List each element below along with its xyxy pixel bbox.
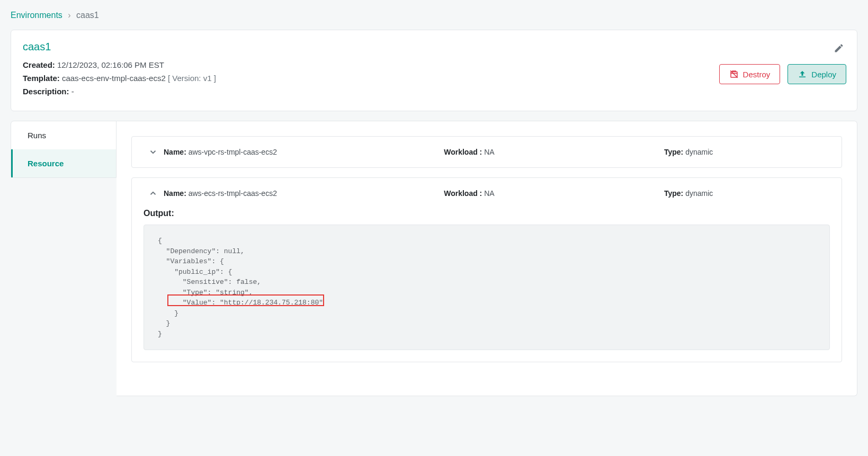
main-layout: Runs Resource Name: aws-vpc-rs-tmpl-caas… [11,121,857,396]
workload-label: Workload : [444,148,482,156]
description-value-text: - [71,87,74,96]
workload-label: Workload : [444,189,482,198]
type-value-text: dynamic [685,189,713,198]
description-label: Description: [23,87,69,96]
resource-fields-1: Name: aws-vpc-rs-tmpl-caas-ecs2 Workload… [164,148,831,156]
resource-row-expanded: Name: aws-ecs-rs-tmpl-caas-ecs2 Workload… [131,177,842,362]
card-actions [831,41,846,56]
destroy-label: Destroy [743,70,771,79]
tab-resource[interactable]: Resource [11,149,116,177]
name-value-text: aws-vpc-rs-tmpl-caas-ecs2 [189,148,277,156]
created-label: Created: [23,60,55,69]
deploy-icon [798,69,807,79]
output-label: Output: [144,209,830,218]
chevron-up-icon [142,189,164,198]
deploy-button[interactable]: Deploy [788,64,846,84]
resource-fields-2: Name: aws-ecs-rs-tmpl-caas-ecs2 Workload… [164,189,831,198]
workload-value-text: NA [484,148,494,156]
page-title: caas1 [23,41,845,53]
output-json: { "Dependency": null, "Variables": { "pu… [158,237,323,338]
resource-row-collapsed: Name: aws-vpc-rs-tmpl-caas-ecs2 Workload… [131,136,842,168]
resource-body: Output: { "Dependency": null, "Variables… [132,209,842,362]
name-label: Name: [164,148,186,156]
chevron-down-icon [142,147,164,157]
breadcrumb-current: caas1 [76,11,99,20]
content-panel: Name: aws-vpc-rs-tmpl-caas-ecs2 Workload… [117,121,857,396]
created-value-text: 12/12/2023, 02:16:06 PM EST [57,60,164,69]
template-version-text: [ Version: v1 ] [168,74,216,83]
name-label: Name: [164,189,186,198]
resource-header-2[interactable]: Name: aws-ecs-rs-tmpl-caas-ecs2 Workload… [132,178,842,209]
tab-runs[interactable]: Runs [11,121,116,149]
template-value-text: caas-ecs-env-tmpl-caas-ecs2 [62,74,166,83]
output-code-block: { "Dependency": null, "Variables": { "pu… [144,225,830,350]
environment-header-card: caas1 Created: 12/12/2023, 02:16:06 PM E… [11,30,857,111]
breadcrumb-root-link[interactable]: Environments [11,11,62,20]
type-label: Type: [664,148,683,156]
description-row: Description: - [23,87,845,96]
action-buttons: Destroy Deploy [719,64,846,84]
breadcrumb: Environments › caas1 [11,11,857,20]
workload-value-text: NA [484,189,494,198]
destroy-icon [729,69,739,79]
type-value-text: dynamic [685,148,713,156]
template-label: Template: [23,74,60,83]
svg-rect-2 [799,77,806,78]
side-tabs: Runs Resource [11,121,117,178]
breadcrumb-separator: › [68,11,70,20]
deploy-label: Deploy [811,70,836,79]
type-label: Type: [664,189,683,198]
name-value-text: aws-ecs-rs-tmpl-caas-ecs2 [189,189,277,198]
edit-icon[interactable] [831,41,846,56]
resource-header-1[interactable]: Name: aws-vpc-rs-tmpl-caas-ecs2 Workload… [132,137,842,167]
destroy-button[interactable]: Destroy [719,64,781,84]
